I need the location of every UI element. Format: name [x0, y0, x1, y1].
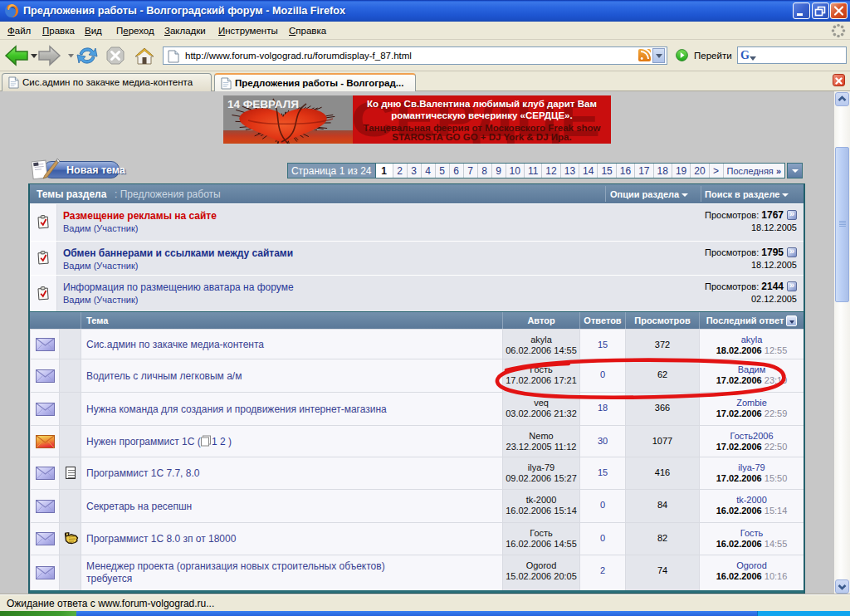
svg-text:G: G	[740, 49, 750, 61]
